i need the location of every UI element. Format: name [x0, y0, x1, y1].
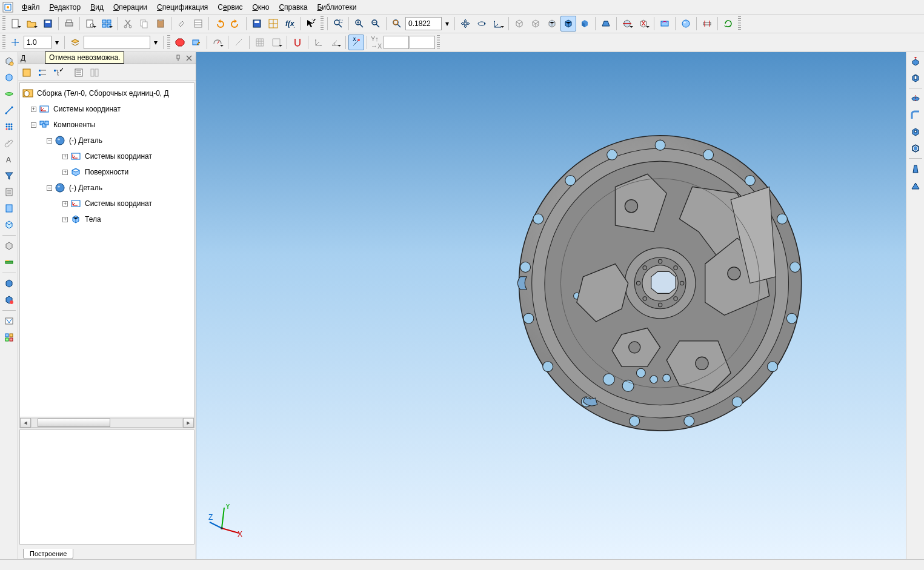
menu-view[interactable]: Вид [85, 2, 108, 13]
tree-node-part-2[interactable]: − (-) Деталь [22, 180, 191, 196]
menu-specification[interactable]: Спецификация [152, 2, 213, 13]
fx-button[interactable]: f(x) [282, 16, 297, 31]
new-button[interactable] [7, 16, 23, 31]
cut-button[interactable] [120, 16, 136, 31]
tree-link[interactable] [87, 65, 102, 80]
spec-tool[interactable] [1, 184, 17, 200]
pattern-tool[interactable] [1, 119, 17, 134]
grid-settings-button[interactable] [268, 35, 284, 50]
paste-button[interactable] [153, 16, 168, 31]
tree-root[interactable]: Сборка (Тел-0, Сборочных единиц-0, Д [22, 85, 191, 101]
save-state-button[interactable] [249, 16, 265, 31]
simplify-button[interactable]: x [636, 16, 651, 31]
sheet-tool[interactable] [1, 217, 17, 233]
viewport-3d[interactable]: X Y Z [196, 52, 906, 559]
undo-button[interactable] [211, 16, 227, 31]
draft-tool[interactable] [908, 161, 923, 177]
menu-file[interactable]: Файл [17, 2, 45, 13]
collapse-icon[interactable]: − [31, 122, 36, 128]
toolbar-handle[interactable] [167, 35, 170, 50]
scroll-right[interactable]: ► [183, 418, 194, 428]
zoom-in-button[interactable] [351, 16, 367, 31]
report-tool[interactable] [1, 200, 17, 216]
toolbar-handle[interactable] [2, 35, 5, 50]
tree-node-part-1-surfaces[interactable]: + Поверхности [22, 164, 191, 180]
zoom-window-button[interactable] [330, 16, 346, 31]
help-cursor-button[interactable]: ? [303, 16, 319, 31]
explode-tool[interactable] [1, 276, 17, 291]
drawing-tool[interactable] [1, 313, 17, 329]
tree-node-part-2-cs[interactable]: + Системы координат [22, 196, 191, 211]
tree-mode-3[interactable]: ✓ [51, 65, 65, 80]
line-mode-button[interactable] [231, 35, 247, 50]
rotate-button[interactable] [474, 16, 490, 31]
menu-operations[interactable]: Операции [108, 2, 152, 13]
format-paint-button[interactable] [174, 16, 190, 31]
model-tree[interactable]: Сборка (Тел-0, Сборочных единиц-0, Д + С… [20, 83, 194, 230]
copy-button[interactable] [136, 16, 152, 31]
cut-extrude-tool[interactable] [908, 70, 923, 85]
menu-libraries[interactable]: Библиотеки [312, 2, 361, 13]
tab-build[interactable]: Построение [23, 549, 73, 559]
measure-button[interactable] [210, 35, 225, 50]
scroll-track[interactable] [31, 418, 183, 428]
style-dropdown[interactable]: ▾ [151, 35, 161, 50]
redo-button[interactable] [228, 16, 244, 31]
zoom-fit-button[interactable] [389, 16, 405, 31]
expand-icon[interactable]: + [62, 154, 68, 159]
filter-tool[interactable] [1, 168, 17, 184]
expand-icon[interactable]: + [62, 170, 68, 175]
save-button[interactable] [40, 16, 56, 31]
pin-icon[interactable] [174, 54, 182, 62]
perspective-button[interactable] [598, 16, 614, 31]
menu-window[interactable]: Окно [247, 2, 274, 13]
expand-icon[interactable]: + [31, 107, 36, 112]
open-button[interactable] [24, 16, 39, 31]
toolbar-handle[interactable] [321, 16, 324, 31]
preview-button[interactable] [82, 16, 98, 31]
menu-service[interactable]: Сервис [213, 2, 247, 13]
line-weight-input[interactable] [24, 36, 52, 49]
close-icon[interactable] [185, 54, 193, 62]
angle-button[interactable] [327, 35, 343, 50]
tree-node-part-1[interactable]: − (-) Деталь [22, 133, 191, 148]
zoom-value-input[interactable] [405, 17, 442, 30]
coord-y-input[interactable] [410, 36, 435, 49]
lcs-button[interactable] [311, 35, 327, 50]
tree-horizontal-scrollbar[interactable]: ◄ ► [20, 417, 194, 428]
constraints-button[interactable] [699, 16, 715, 31]
layers-button[interactable] [67, 35, 83, 50]
zoom-out-button[interactable] [368, 16, 384, 31]
revolve-tool[interactable] [908, 91, 923, 107]
expand-icon[interactable]: + [62, 217, 68, 222]
layout-tool[interactable] [1, 330, 17, 345]
tree-node-components[interactable]: − Компоненты [22, 117, 191, 133]
round-button[interactable]: x [348, 35, 364, 50]
layout-button[interactable] [99, 16, 115, 31]
toolbar-handle[interactable] [2, 16, 5, 31]
tree-node-part-1-cs[interactable]: + Системы координат [22, 148, 191, 164]
orientation-button[interactable] [490, 16, 506, 31]
surface-tool[interactable] [1, 86, 17, 102]
rib-tool[interactable] [908, 177, 923, 193]
add-part-tool[interactable] [1, 238, 17, 254]
print-button[interactable] [61, 16, 77, 31]
mate-tool[interactable] [1, 254, 17, 270]
collapse-icon[interactable]: − [47, 138, 52, 144]
grid-button[interactable] [252, 35, 268, 50]
properties-button[interactable] [190, 16, 206, 31]
extrude-tool[interactable] [908, 53, 923, 69]
grid-toggle-button[interactable] [265, 16, 281, 31]
menu-help[interactable]: Справка [274, 2, 312, 13]
text-tool[interactable]: A [1, 151, 17, 167]
menu-editor[interactable]: Редактор [45, 2, 86, 13]
collapse-icon[interactable]: − [47, 185, 52, 191]
line-weight-dropdown[interactable]: ▾ [52, 35, 62, 50]
tree-node-part-2-bodies[interactable]: + Тела [22, 211, 191, 227]
toolbar-handle[interactable] [738, 16, 741, 31]
geometry-tool[interactable] [1, 53, 17, 69]
style-combo[interactable] [84, 36, 150, 49]
section-button[interactable] [619, 16, 635, 31]
tree-mode-2[interactable] [35, 65, 50, 80]
shell-tool[interactable] [908, 140, 923, 156]
